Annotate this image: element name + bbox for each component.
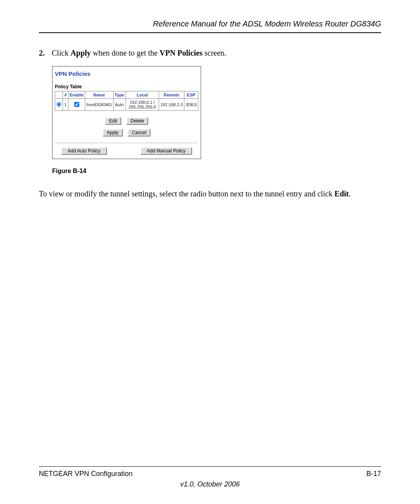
step-text-suffix: screen. (203, 49, 226, 57)
col-num: # (63, 91, 68, 99)
row-enable-checkbox[interactable] (74, 102, 79, 107)
vpn-policies-panel: VPN Policies Policy Table # Enable Name … (52, 66, 201, 159)
policy-table: # Enable Name Type Local Remote ESP 1 fr… (55, 91, 198, 111)
col-type: Type (113, 91, 126, 99)
figure-caption: Figure B-14 (52, 168, 381, 175)
col-local: Local (126, 91, 159, 99)
body-bold-edit: Edit (334, 189, 349, 198)
add-auto-policy-button[interactable]: Add Auto Policy (61, 147, 107, 155)
footer-rule (39, 466, 381, 467)
cancel-button[interactable]: Cancel (128, 129, 150, 136)
body-paragraph: To view or modify the tunnel settings, s… (39, 189, 381, 199)
row-name: fromDG834G (85, 99, 113, 111)
page-footer: NETGEAR VPN Configuration B-17 v1.0, Oct… (39, 466, 381, 488)
step-text-mid: when done to get the (91, 49, 160, 57)
step-2: 2. Click Apply when done to get the VPN … (39, 49, 381, 58)
row-local: 192.168.0.1 / 255.255.255.0 (126, 99, 159, 111)
header-title: Reference Manual for the ADSL Modem Wire… (153, 19, 381, 28)
add-policy-row: Add Auto Policy Add Manual Policy (55, 147, 198, 155)
col-enable: Enable (68, 91, 85, 99)
step-text-prefix: Click (52, 49, 70, 57)
step-number: 2. (39, 49, 50, 58)
delete-button[interactable]: Delete (126, 117, 149, 125)
footer-right: B-17 (366, 470, 381, 478)
step-bold-apply: Apply (70, 49, 91, 57)
step-bold-vpn: VPN Policies (159, 49, 203, 57)
body-prefix: To view or modify the tunnel settings, s… (39, 189, 334, 198)
row-type: Auto (113, 99, 126, 111)
col-esp: ESP (184, 91, 198, 99)
footer-left: NETGEAR VPN Configuration (39, 470, 133, 478)
row-num: 1 (63, 99, 68, 111)
row-esp: 3DES (184, 99, 198, 111)
edit-delete-row: Edit Delete (55, 117, 198, 125)
add-manual-policy-button[interactable]: Add Manual Policy (140, 147, 192, 155)
page-header: Reference Manual for the ADSL Modem Wire… (39, 19, 381, 33)
apply-cancel-row: Apply Cancel (55, 129, 198, 136)
col-remote: Remote (159, 91, 184, 99)
edit-button[interactable]: Edit (105, 117, 122, 125)
row-remote: 192.168.2.3 (159, 99, 184, 111)
panel-divider (55, 143, 198, 143)
footer-version: v1.0, October 2006 (39, 480, 381, 488)
body-suffix: . (349, 189, 351, 198)
table-title: Policy Table (55, 84, 198, 91)
col-select (55, 91, 63, 99)
col-name: Name (85, 91, 113, 99)
apply-button[interactable]: Apply (103, 129, 123, 136)
panel-title: VPN Policies (55, 69, 198, 84)
table-row: 1 fromDG834G Auto 192.168.0.1 / 255.255.… (55, 99, 198, 111)
row-select-radio[interactable] (56, 102, 61, 107)
